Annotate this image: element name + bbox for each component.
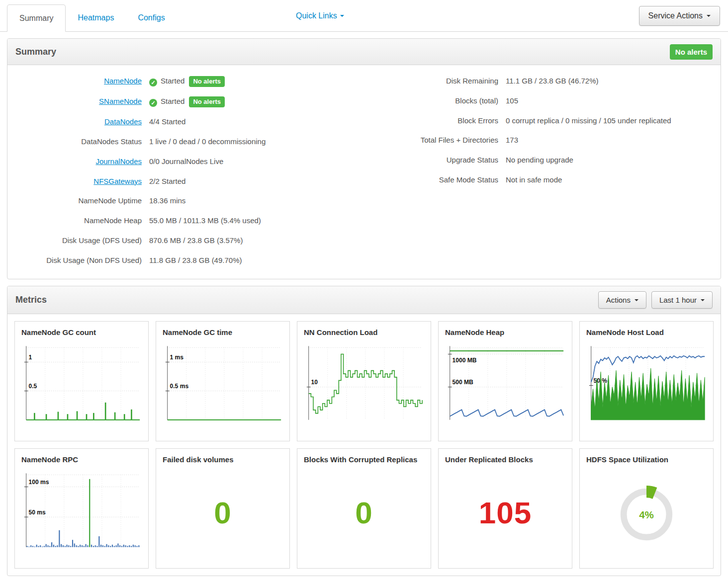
summary-left-column: NameNode✓StartedNo alertsSNameNode✓Start… <box>7 71 364 270</box>
metrics-panel-header: Metrics Actions Last 1 hour <box>7 286 721 314</box>
metric-widget-blocks-with-corrupted-replicas[interactable]: Blocks With Corrupted Replicas0 <box>297 448 431 569</box>
metrics-panel: Metrics Actions Last 1 hour NameNode GC … <box>7 286 721 576</box>
widget-title: NameNode Host Load <box>586 328 707 337</box>
svg-text:4%: 4% <box>639 509 654 520</box>
summary-value-namenode-uptime: 18.36 mins <box>149 195 364 206</box>
summary-label-namenode-uptime: NameNode Uptime <box>7 195 149 206</box>
summary-link-nfsgateways[interactable]: NFSGateways <box>93 177 142 185</box>
metric-big-number: 0 <box>297 495 431 530</box>
summary-body: NameNode✓StartedNo alertsSNameNode✓Start… <box>7 65 721 279</box>
summary-row: NameNode Heap55.0 MB / 1011.3 MB (5.4% u… <box>7 211 364 231</box>
summary-label-disk-usage-dfs-used: Disk Usage (DFS Used) <box>7 235 149 246</box>
summary-row: SNameNode✓StartedNo alerts <box>7 91 364 112</box>
widget-title: NameNode RPC <box>21 455 142 465</box>
summary-value-safe-mode-status: Not in safe mode <box>506 174 695 185</box>
summary-row: Disk Usage (DFS Used)870.6 MB / 23.8 GB … <box>7 231 364 250</box>
metric-widget-namenode-gc-time[interactable]: NameNode GC time1 ms0.5 ms <box>156 321 290 441</box>
chart-namenode-rpc: 100 ms50 ms <box>21 471 142 550</box>
summary-row: Disk Remaining11.1 GB / 23.8 GB (46.72%) <box>364 71 721 91</box>
metric-widgets-grid: NameNode GC count10.5NameNode GC time1 m… <box>7 314 721 576</box>
summary-panel-title: Summary <box>15 47 56 57</box>
metric-widget-namenode-rpc[interactable]: NameNode RPC100 ms50 ms <box>14 448 149 569</box>
summary-label-safe-mode-status: Safe Mode Status <box>364 174 506 185</box>
metric-widget-failed-disk-volumes[interactable]: Failed disk volumes0 <box>156 448 290 569</box>
svg-text:50 ms: 50 ms <box>29 508 46 515</box>
summary-link-datanodes[interactable]: DataNodes <box>104 117 142 126</box>
chart-namenode-heap: 1000 MB500 MB <box>445 343 565 423</box>
summary-value-namenode-heap: 55.0 MB / 1011.3 MB (5.4% used) <box>149 215 364 226</box>
widget-title: Failed disk volumes <box>163 455 283 465</box>
chart-namenode-gc-count: 10.5 <box>21 343 142 423</box>
tab-heatmaps[interactable]: Heatmaps <box>66 4 126 31</box>
hdfs-utilization-gauge: 4% <box>608 476 685 553</box>
metric-widget-under-replicated-blocks[interactable]: Under Replicated Blocks105 <box>438 448 572 569</box>
summary-value-nfsgateways: 2/2 Started <box>149 176 364 187</box>
status-started-icon: ✓ <box>149 79 157 86</box>
actions-button[interactable]: Actions <box>598 291 646 309</box>
chart-namenode-host-load: 50 % <box>586 343 707 423</box>
summary-label-disk-usage-non-dfs-used: Disk Usage (Non DFS Used) <box>7 255 149 266</box>
widget-title: NN Connection Load <box>304 328 424 337</box>
metrics-header-buttons: Actions Last 1 hour <box>598 291 713 309</box>
quick-links-label: Quick Links <box>296 11 337 20</box>
quick-links-dropdown[interactable]: Quick Links <box>296 11 344 20</box>
chart-namenode-gc-time: 1 ms0.5 ms <box>163 343 283 423</box>
actions-label: Actions <box>606 296 631 304</box>
summary-no-alerts-badge: No alerts <box>670 44 713 60</box>
svg-text:0.5 ms: 0.5 ms <box>170 383 189 390</box>
summary-row: Safe Mode StatusNot in safe mode <box>364 170 721 190</box>
summary-label-disk-remaining: Disk Remaining <box>364 76 506 86</box>
summary-row: Blocks (total)105 <box>364 91 721 111</box>
chart-nn-connection-load: 10 <box>304 343 424 423</box>
summary-label-namenode-heap: NameNode Heap <box>7 215 149 226</box>
summary-link-snamenode[interactable]: SNameNode <box>99 97 142 105</box>
service-actions-label: Service Actions <box>648 11 703 20</box>
summary-value-disk-remaining: 11.1 GB / 23.8 GB (46.72%) <box>506 76 695 86</box>
summary-value-snamenode: ✓StartedNo alerts <box>149 96 364 107</box>
summary-value-blocks-total: 105 <box>506 95 695 106</box>
summary-label-nfsgateways: NFSGateways <box>7 176 149 187</box>
summary-link-namenode[interactable]: NameNode <box>104 77 142 85</box>
tab-bar: Summary Heatmaps Configs Quick Links Ser… <box>0 0 728 32</box>
summary-label-snamenode: SNameNode <box>7 96 149 107</box>
svg-text:0.5: 0.5 <box>29 383 37 390</box>
summary-link-journalnodes[interactable]: JournalNodes <box>95 157 142 166</box>
metric-widget-namenode-heap[interactable]: NameNode Heap1000 MB500 MB <box>438 321 572 441</box>
summary-row: JournalNodes0/0 JournalNodes Live <box>7 152 364 171</box>
summary-label-datanodes: DataNodes <box>7 116 149 127</box>
summary-right-column: Disk Remaining11.1 GB / 23.8 GB (46.72%)… <box>364 71 721 270</box>
summary-panel-header: Summary No alerts <box>7 39 721 65</box>
summary-row: Disk Usage (Non DFS Used)11.8 GB / 23.8 … <box>7 250 364 270</box>
summary-value-journalnodes: 0/0 JournalNodes Live <box>149 156 364 167</box>
summary-row: NFSGateways2/2 Started <box>7 171 364 191</box>
summary-row: NameNode✓StartedNo alerts <box>7 71 364 91</box>
summary-row: NameNode Uptime18.36 mins <box>7 191 364 211</box>
metric-widget-nn-connection-load[interactable]: NN Connection Load10 <box>297 321 431 441</box>
summary-label-upgrade-status: Upgrade Status <box>364 155 506 166</box>
summary-label-namenode: NameNode <box>7 76 149 87</box>
widget-title: NameNode GC time <box>163 328 283 337</box>
summary-row: Block Errors0 corrupt replica / 0 missin… <box>364 111 721 131</box>
summary-value-datanodes-status: 1 live / 0 dead / 0 decommissioning <box>149 136 364 147</box>
svg-text:1 ms: 1 ms <box>170 354 184 361</box>
service-actions-button[interactable]: Service Actions <box>639 6 720 26</box>
metric-widget-namenode-host-load[interactable]: NameNode Host Load50 % <box>579 321 714 441</box>
time-range-label: Last 1 hour <box>659 296 697 304</box>
metric-widget-hdfs-space-utilization[interactable]: HDFS Space Utilization4% <box>579 448 714 569</box>
summary-value-disk-usage-non-dfs-used: 11.8 GB / 23.8 GB (49.70%) <box>149 255 364 266</box>
widget-title: Blocks With Corrupted Replicas <box>304 455 424 465</box>
metrics-panel-title: Metrics <box>15 295 47 305</box>
chevron-down-icon <box>707 15 711 17</box>
no-alerts-badge: No alerts <box>189 76 225 87</box>
tab-configs[interactable]: Configs <box>126 4 177 31</box>
chevron-down-icon <box>340 15 344 17</box>
metric-big-number: 105 <box>439 495 572 530</box>
time-range-button[interactable]: Last 1 hour <box>651 291 713 309</box>
tab-summary[interactable]: Summary <box>7 4 66 32</box>
summary-row: Total Files + Directories173 <box>364 130 721 150</box>
summary-label-datanodes-status: DataNodes Status <box>7 136 149 147</box>
svg-text:1: 1 <box>29 354 32 361</box>
metric-widget-namenode-gc-count[interactable]: NameNode GC count10.5 <box>14 321 149 441</box>
svg-text:100 ms: 100 ms <box>29 479 49 486</box>
summary-row: Upgrade StatusNo pending upgrade <box>364 150 721 170</box>
